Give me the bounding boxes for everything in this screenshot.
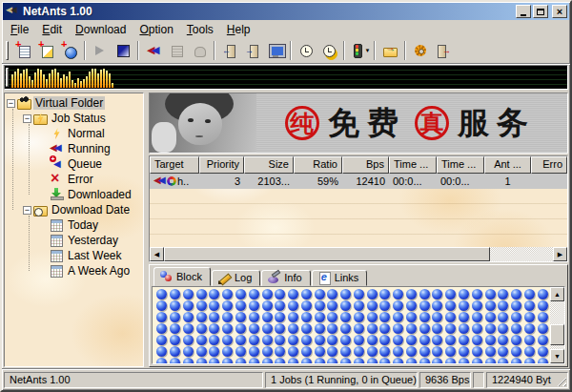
tree-item-downloaded[interactable]: Downloaded: [5, 187, 143, 202]
door-in-icon: [222, 43, 237, 58]
block-sphere: [367, 358, 378, 363]
column-header-time-5[interactable]: Time ...: [389, 156, 437, 174]
job-row[interactable]: h..32103...59%1241000:0...00:0...1: [150, 174, 567, 189]
block-sphere: [498, 289, 508, 299]
column-header-erro-8[interactable]: Erro: [531, 156, 567, 174]
tree-item-label: A Week Ago: [66, 264, 132, 278]
import-button[interactable]: [218, 39, 241, 62]
tree-item-normal[interactable]: Normal: [5, 126, 143, 141]
traffic-limit-button[interactable]: ▼: [348, 39, 371, 62]
tab-links[interactable]: Links: [312, 270, 368, 286]
resize-grip[interactable]: [555, 375, 566, 386]
tab-info[interactable]: Info: [261, 270, 310, 286]
block-sphere: [288, 335, 298, 345]
schedule-button[interactable]: [317, 39, 340, 62]
column-header-ant-7[interactable]: Ant ...: [484, 156, 531, 174]
tree-item-error[interactable]: Error: [5, 172, 143, 187]
exit-button[interactable]: [432, 39, 455, 62]
folder-lightning-icon: [33, 112, 47, 125]
drop-basket-button[interactable]: [378, 39, 401, 62]
block-sphere: [379, 346, 390, 357]
tree-expander[interactable]: −: [23, 114, 31, 123]
menu-item-option[interactable]: Option: [133, 22, 179, 37]
vertical-scrollbar[interactable]: ▲ ▼: [550, 287, 564, 363]
stop-button[interactable]: [112, 39, 134, 62]
tree-item-virtual-folder[interactable]: −Virtual Folder: [5, 95, 143, 111]
column-header-bps-4[interactable]: Bps: [342, 156, 389, 174]
block-sphere: [498, 312, 508, 322]
start-button[interactable]: [89, 39, 112, 62]
block-sphere: [315, 346, 325, 357]
toolbar-grip[interactable]: [6, 41, 9, 60]
tree-item-yesterday[interactable]: Yesterday: [5, 233, 143, 248]
browser-button[interactable]: [264, 39, 287, 62]
block-sphere: [327, 335, 337, 345]
add-job-button[interactable]: [12, 39, 35, 62]
block-sphere: [393, 300, 403, 311]
tree-item-job-status[interactable]: −Job Status: [5, 111, 143, 126]
history-button[interactable]: [295, 39, 317, 62]
export-button[interactable]: [241, 39, 264, 62]
dropdown-arrow-icon[interactable]: ▼: [365, 48, 371, 53]
block-sphere: [379, 312, 390, 322]
block-sphere: [524, 312, 535, 322]
menu-item-tools[interactable]: Tools: [180, 22, 220, 37]
banner-ad[interactable]: 纯免费真服务: [149, 93, 568, 154]
menu-item-file[interactable]: File: [4, 22, 35, 37]
column-header-size-2[interactable]: Size: [244, 156, 294, 174]
maximize-icon: [537, 9, 544, 15]
tree-expander[interactable]: −: [7, 99, 15, 108]
menu-item-edit[interactable]: Edit: [35, 22, 69, 37]
maximize-button[interactable]: [533, 5, 548, 18]
tree-item-running[interactable]: Running: [5, 141, 143, 156]
horizontal-scroll-thumb[interactable]: [164, 247, 490, 261]
tree-item-today[interactable]: Today: [5, 217, 143, 233]
job-list-empty-area: [150, 189, 567, 247]
block-sphere: [315, 300, 325, 311]
block-sphere: [485, 323, 496, 334]
block-sphere: [156, 300, 167, 311]
tab-log[interactable]: Log: [212, 270, 260, 286]
speed-bar: [29, 76, 31, 88]
menu-item-download[interactable]: Download: [69, 22, 133, 37]
column-header-target-0[interactable]: Target: [150, 156, 199, 174]
close-button[interactable]: ×: [552, 5, 567, 18]
vertical-scroll-track[interactable]: [550, 301, 564, 324]
block-sphere: [485, 312, 496, 322]
add-url-button[interactable]: [58, 39, 81, 62]
scroll-right-button[interactable]: ▶: [553, 247, 567, 261]
speed-bar: [37, 69, 39, 88]
tree-item-a-week-ago[interactable]: A Week Ago: [5, 263, 143, 279]
properties-button[interactable]: [165, 39, 188, 62]
block-sphere: [406, 358, 417, 363]
add-batch-button[interactable]: [35, 39, 58, 62]
scroll-up-button[interactable]: ▲: [550, 287, 564, 301]
resume-ant-button[interactable]: [142, 39, 165, 62]
tree-item-download-date[interactable]: −Download Date: [5, 202, 143, 217]
horizontal-scrollbar[interactable]: ◀ ▶: [150, 247, 567, 261]
block-sphere: [485, 335, 496, 345]
options-button[interactable]: [409, 39, 432, 62]
scroll-down-button[interactable]: ▼: [550, 349, 564, 363]
speed-bar: [43, 74, 45, 88]
minimize-button[interactable]: [516, 5, 531, 18]
tree-expander[interactable]: −: [23, 206, 31, 215]
block-sphere: [327, 300, 337, 311]
column-header-priority-1[interactable]: Priority: [199, 156, 244, 174]
tree-item-last-week[interactable]: Last Week: [5, 248, 143, 263]
calendar-icon: [50, 218, 63, 232]
vertical-scroll-thumb[interactable]: [550, 324, 564, 345]
block-sphere: [432, 358, 442, 363]
column-header-time-6[interactable]: Time ...: [437, 156, 484, 174]
tab-block[interactable]: Block: [153, 267, 211, 286]
horizontal-scroll-track[interactable]: [490, 247, 553, 261]
block-sphere: [354, 323, 364, 334]
window-title: NetAnts 1.00: [23, 5, 514, 18]
delete-button[interactable]: [188, 39, 211, 62]
block-sphere: [459, 358, 469, 363]
block-sphere: [340, 300, 351, 311]
column-header-ratio-3[interactable]: Ratio: [294, 156, 342, 174]
tree-item-queue[interactable]: Queue: [5, 156, 143, 172]
scroll-left-button[interactable]: ◀: [150, 247, 164, 261]
menu-item-help[interactable]: Help: [220, 22, 257, 37]
